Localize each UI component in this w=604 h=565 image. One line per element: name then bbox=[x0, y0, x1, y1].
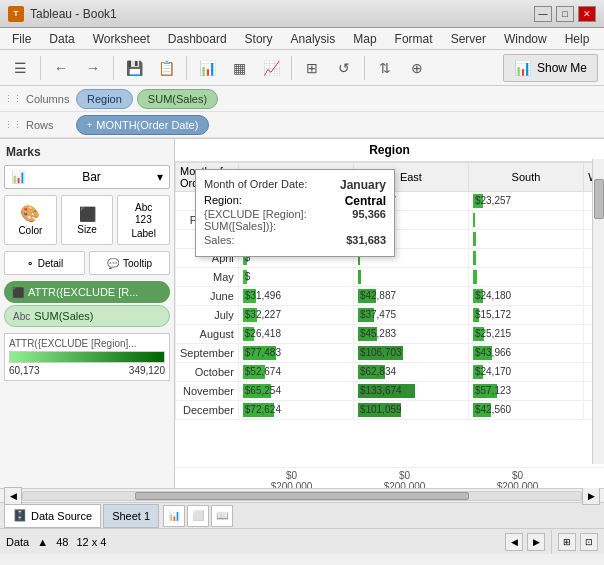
chart-area: Region Month of Ord... Central East Sout… bbox=[175, 139, 604, 488]
detail-icon: ⚬ bbox=[26, 258, 34, 269]
chart2-button[interactable]: 📈 bbox=[257, 54, 285, 82]
close-button[interactable]: ✕ bbox=[578, 6, 596, 22]
maximize-button[interactable]: □ bbox=[556, 6, 574, 22]
grid-button[interactable]: ⊞ bbox=[558, 533, 576, 551]
table-button[interactable]: ▦ bbox=[225, 54, 253, 82]
south-cell: $43,966 bbox=[468, 344, 583, 363]
new-story-button[interactable]: 📖 bbox=[211, 505, 233, 527]
east-cell bbox=[353, 268, 468, 287]
sort-button[interactable]: ⇅ bbox=[371, 54, 399, 82]
south-cell bbox=[468, 268, 583, 287]
month-pill[interactable]: + MONTH(Order Date) bbox=[76, 115, 209, 135]
tooltip-sales-label: Sales: bbox=[204, 234, 235, 246]
axis-label-min-1: $0 bbox=[235, 470, 348, 481]
central-cell: $26,418 bbox=[238, 325, 353, 344]
new-dashboard-button[interactable]: ⬜ bbox=[187, 505, 209, 527]
axis-col-1: $0 $200,000 Sales bbox=[235, 470, 348, 488]
exclude-pill[interactable]: ⬛ ATTR({EXCLUDE [R... bbox=[4, 281, 170, 303]
menu-item-dashboard[interactable]: Dashboard bbox=[160, 30, 235, 48]
new-worksheet-button[interactable]: 📊 bbox=[163, 505, 185, 527]
central-cell: $ bbox=[238, 268, 353, 287]
menu-item-help[interactable]: Help bbox=[557, 30, 598, 48]
data-source-tab[interactable]: 🗄️ Data Source bbox=[4, 504, 101, 528]
axis-label-max-2: $200,000 bbox=[348, 481, 461, 488]
group-button[interactable]: ⊕ bbox=[403, 54, 431, 82]
filter-button[interactable]: ⊞ bbox=[298, 54, 326, 82]
window-controls[interactable]: — □ ✕ bbox=[534, 6, 596, 22]
marks-buttons: 🎨 Color ⬛ Size Abc123 Label bbox=[4, 195, 170, 245]
east-cell: $133,674 bbox=[353, 382, 468, 401]
region-pill[interactable]: Region bbox=[76, 89, 133, 109]
sum-label: SUM(Sales) bbox=[34, 310, 93, 322]
export-button[interactable]: 📋 bbox=[152, 54, 180, 82]
tooltip-button[interactable]: 💬 Tooltip bbox=[89, 251, 170, 275]
east-cell: $45,283 bbox=[353, 325, 468, 344]
menu-item-worksheet[interactable]: Worksheet bbox=[85, 30, 158, 48]
menu-item-file[interactable]: File bbox=[4, 30, 39, 48]
size-button[interactable]: ⬛ Size bbox=[61, 195, 114, 245]
menu-item-map[interactable]: Map bbox=[345, 30, 384, 48]
central-cell: $72,624 bbox=[238, 401, 353, 420]
show-me-label: Show Me bbox=[537, 61, 587, 75]
south-cell: $24,180 bbox=[468, 287, 583, 306]
next-button[interactable]: ▶ bbox=[527, 533, 545, 551]
horizontal-scrollbar[interactable]: ◀ ▶ bbox=[0, 488, 604, 502]
sum-sales-mark-pill[interactable]: Abc SUM(Sales) bbox=[4, 305, 170, 327]
month-cell: August bbox=[176, 325, 239, 344]
color-button[interactable]: 🎨 Color bbox=[4, 195, 57, 245]
south-cell: $57,123 bbox=[468, 382, 583, 401]
legend-area: ATTR({EXCLUDE [Region]... 60,173 349,120 bbox=[4, 333, 170, 381]
forward-button[interactable]: → bbox=[79, 54, 107, 82]
axis-label-min-2: $0 bbox=[348, 470, 461, 481]
vertical-scrollbar[interactable] bbox=[592, 159, 604, 464]
menu-item-data[interactable]: Data bbox=[41, 30, 82, 48]
menu-item-format[interactable]: Format bbox=[387, 30, 441, 48]
save-button[interactable]: 💾 bbox=[120, 54, 148, 82]
east-cell: $62,834 bbox=[353, 363, 468, 382]
menu-item-window[interactable]: Window bbox=[496, 30, 555, 48]
back-button[interactable]: ← bbox=[47, 54, 75, 82]
chart-region-header: Region bbox=[175, 139, 604, 162]
columns-label: ⋮⋮ Columns bbox=[4, 93, 74, 105]
scrollbar-thumb[interactable] bbox=[594, 179, 604, 219]
scroll-left-button[interactable]: ◀ bbox=[4, 487, 22, 505]
marks-type-icon: 📊 bbox=[11, 170, 26, 184]
month-cell: October bbox=[176, 363, 239, 382]
exclude-label: ATTR({EXCLUDE [R... bbox=[28, 286, 138, 298]
menu-item-analysis[interactable]: Analysis bbox=[283, 30, 344, 48]
label-icon: Abc123 bbox=[135, 202, 152, 226]
left-panel: Marks 📊 Bar ▾ 🎨 Color ⬛ Size Abc123 Labe… bbox=[0, 139, 175, 488]
central-cell: $65,254 bbox=[238, 382, 353, 401]
scroll-right-button[interactable]: ▶ bbox=[582, 487, 600, 505]
h-scroll-track[interactable] bbox=[22, 491, 582, 501]
menu-item-server[interactable]: Server bbox=[443, 30, 494, 48]
central-cell: $52,674 bbox=[238, 363, 353, 382]
tooltip-exclude-row: {EXCLUDE [Region]: SUM([Sales])}: 95,366 bbox=[204, 208, 386, 232]
size-label: Size bbox=[77, 224, 96, 235]
shelves: ⋮⋮ Columns Region SUM(Sales) ⋮⋮ Rows + M… bbox=[0, 86, 604, 139]
rows-shelf: ⋮⋮ Rows + MONTH(Order Date) bbox=[0, 112, 604, 138]
bar-chart-button[interactable]: 📊 bbox=[193, 54, 221, 82]
marks-pills: ⬛ ATTR({EXCLUDE [R... Abc SUM(Sales) bbox=[4, 281, 170, 327]
sum-sales-pill[interactable]: SUM(Sales) bbox=[137, 89, 218, 109]
sheet1-tab[interactable]: Sheet 1 bbox=[103, 504, 159, 528]
prev-button[interactable]: ◀ bbox=[505, 533, 523, 551]
marks-type-dropdown[interactable]: 📊 Bar ▾ bbox=[4, 165, 170, 189]
marks-header: Marks bbox=[4, 143, 170, 161]
table-row: August $26,418 $45,283 $25,215 bbox=[176, 325, 604, 344]
detail-button[interactable]: ⚬ Detail bbox=[4, 251, 85, 275]
table-row: July $32,227 $37,475 $15,172 bbox=[176, 306, 604, 325]
east-cell: $37,475 bbox=[353, 306, 468, 325]
minimize-button[interactable]: — bbox=[534, 6, 552, 22]
tooltip-month-label: Month of Order Date: bbox=[204, 178, 307, 190]
south-cell bbox=[468, 249, 583, 268]
label-button[interactable]: Abc123 Label bbox=[117, 195, 170, 245]
south-cell: $15,172 bbox=[468, 306, 583, 325]
new-button[interactable]: ☰ bbox=[6, 54, 34, 82]
show-me-button[interactable]: 📊 Show Me bbox=[503, 54, 598, 82]
menu-item-story[interactable]: Story bbox=[237, 30, 281, 48]
refresh-button[interactable]: ↺ bbox=[330, 54, 358, 82]
detail-label: Detail bbox=[38, 258, 64, 269]
h-scroll-thumb[interactable] bbox=[135, 492, 470, 500]
fit-button[interactable]: ⊡ bbox=[580, 533, 598, 551]
